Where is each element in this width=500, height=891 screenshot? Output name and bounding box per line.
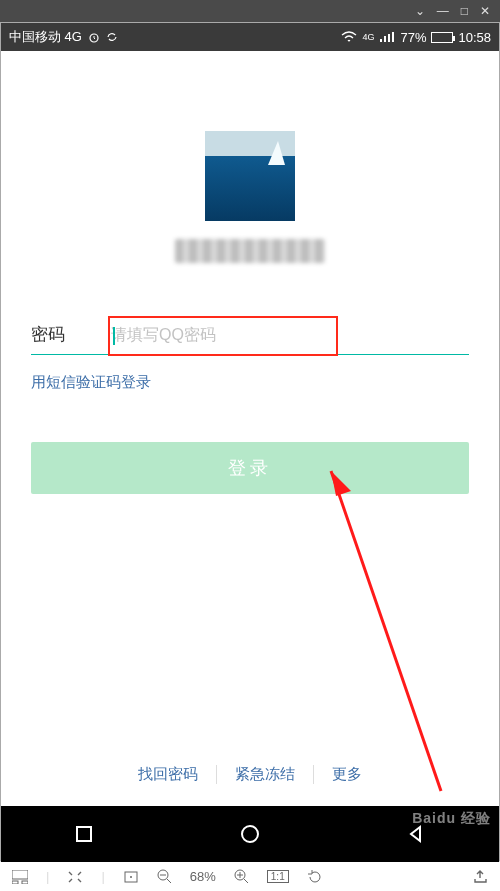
svg-rect-4 [392,32,394,42]
svg-rect-9 [12,870,28,879]
login-button[interactable]: 登录 [31,442,469,494]
zoom-in-icon[interactable] [234,869,249,884]
emergency-freeze-link[interactable]: 紧急冻结 [217,765,313,784]
zoom-percent: 68% [190,869,216,884]
signal-icon [379,31,395,43]
login-screen: 密码 用短信验证码登录 登录 找回密码 紧急冻结 更多 [1,51,499,806]
carrier-label: 中国移动 4G [9,28,82,46]
svg-rect-7 [77,827,91,841]
recent-apps-button[interactable] [54,814,114,854]
status-bar: 中国移动 4G 4G 77% 10:58 [1,23,499,51]
zoom-out-icon[interactable] [157,869,172,884]
android-nav-bar [1,806,499,862]
password-row: 密码 [31,323,469,355]
fit-icon[interactable] [123,870,139,884]
battery-icon [431,32,453,43]
arrow-annotation [161,441,461,821]
fullscreen-icon[interactable] [67,870,83,884]
window-titlebar: ⌄ — □ ✕ [0,0,500,22]
svg-rect-1 [380,39,382,42]
emulator-toolbar: | | 68% 1:1 [0,861,500,891]
rotate-icon[interactable] [307,869,322,884]
svg-rect-3 [388,34,390,42]
window-close-icon[interactable]: ✕ [480,4,490,18]
sync-icon [106,31,118,43]
separator: | [101,869,104,884]
network-badge: 4G [362,33,374,42]
export-icon[interactable] [473,869,488,884]
text-cursor [113,327,115,345]
battery-percent: 77% [400,30,426,45]
password-input[interactable] [111,326,469,344]
bottom-links: 找回密码 紧急冻结 更多 [1,765,499,784]
sms-login-link[interactable]: 用短信验证码登录 [31,373,469,392]
svg-rect-2 [384,36,386,42]
clock: 10:58 [458,30,491,45]
window-minimize-icon[interactable]: — [437,4,449,18]
window-dropdown-icon[interactable]: ⌄ [415,4,425,18]
svg-point-8 [242,826,258,842]
separator: | [46,869,49,884]
avatar [205,131,295,221]
svg-line-5 [331,471,441,791]
back-button[interactable] [386,814,446,854]
more-link[interactable]: 更多 [314,765,380,784]
svg-rect-10 [12,881,18,884]
home-button[interactable] [220,814,280,854]
window-maximize-icon[interactable]: □ [461,4,468,18]
emulator-frame: 中国移动 4G 4G 77% 10:58 密 [0,22,500,861]
password-label: 密码 [31,323,111,346]
layout-icon[interactable] [12,870,28,884]
ratio-icon[interactable]: 1:1 [267,870,289,883]
svg-point-13 [130,876,132,878]
wifi-icon [341,31,357,43]
find-password-link[interactable]: 找回密码 [120,765,216,784]
svg-rect-11 [22,881,28,884]
alarm-icon [88,31,100,43]
username-blurred [175,239,325,263]
